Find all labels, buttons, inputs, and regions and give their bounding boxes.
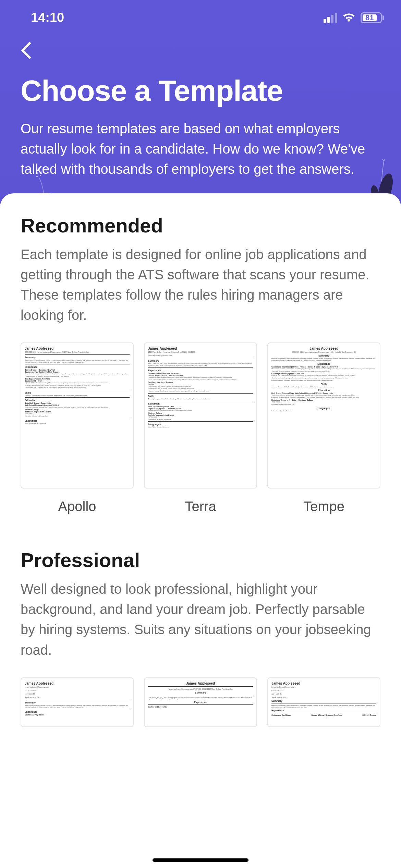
template-preview-apollo: James Appleseed (555) 555-5555 | james.a… bbox=[21, 342, 134, 489]
signal-icon bbox=[324, 13, 337, 23]
battery-level: 81 bbox=[363, 14, 377, 21]
template-tempe[interactable]: James Appleseed (555) 555-5555 | james.a… bbox=[267, 342, 380, 514]
template-apollo[interactable]: James Appleseed (555) 555-5555 | james.a… bbox=[21, 342, 134, 514]
template-professional-3[interactable]: James Appleseed james.appleseed@resume.c… bbox=[267, 677, 380, 737]
template-professional-1[interactable]: James Appleseed james.appleseed@resume.c… bbox=[21, 677, 134, 737]
template-terra[interactable]: James Appleseed 1234 Main St, San Franci… bbox=[144, 342, 257, 514]
svg-point-4 bbox=[36, 176, 38, 177]
battery-icon: 81 bbox=[361, 12, 384, 23]
template-professional-2[interactable]: James Appleseed james.appleseed@resume.c… bbox=[144, 677, 257, 737]
professional-templates-row: James Appleseed james.appleseed@resume.c… bbox=[21, 677, 380, 737]
template-preview-tempe: James Appleseed (555) 555-5555 | james.a… bbox=[267, 342, 380, 489]
svg-point-2 bbox=[39, 169, 40, 170]
wifi-icon bbox=[342, 10, 356, 25]
status-time: 14:10 bbox=[31, 10, 64, 25]
template-preview-professional-3: James Appleseed james.appleseed@resume.c… bbox=[267, 677, 380, 727]
home-indicator[interactable] bbox=[153, 858, 248, 862]
template-preview-professional-1: James Appleseed james.appleseed@resume.c… bbox=[21, 677, 134, 727]
template-name-apollo: Apollo bbox=[58, 499, 96, 514]
status-bar: 14:10 81 bbox=[0, 0, 401, 32]
svg-point-1 bbox=[37, 172, 38, 174]
page-title: Choose a Template bbox=[21, 74, 380, 108]
header-section: 14:10 81 Cho bbox=[0, 0, 401, 207]
status-right: 81 bbox=[324, 10, 384, 25]
content-section: Recommended Each template is designed fo… bbox=[0, 193, 401, 737]
professional-section-description: Well designed to look professional, high… bbox=[21, 579, 380, 660]
professional-section-title: Professional bbox=[21, 548, 380, 571]
template-name-tempe: Tempe bbox=[303, 499, 344, 514]
recommended-templates-row: James Appleseed (555) 555-5555 | james.a… bbox=[21, 342, 380, 514]
svg-point-5 bbox=[40, 175, 41, 176]
svg-point-3 bbox=[40, 171, 42, 173]
recommended-section-title: Recommended bbox=[21, 214, 380, 237]
recommended-section-description: Each template is designed for online job… bbox=[21, 244, 380, 326]
template-preview-terra: James Appleseed 1234 Main St, San Franci… bbox=[144, 342, 257, 489]
template-preview-professional-2: James Appleseed james.appleseed@resume.c… bbox=[144, 677, 257, 727]
back-button[interactable] bbox=[0, 32, 401, 67]
template-name-terra: Terra bbox=[185, 499, 216, 514]
